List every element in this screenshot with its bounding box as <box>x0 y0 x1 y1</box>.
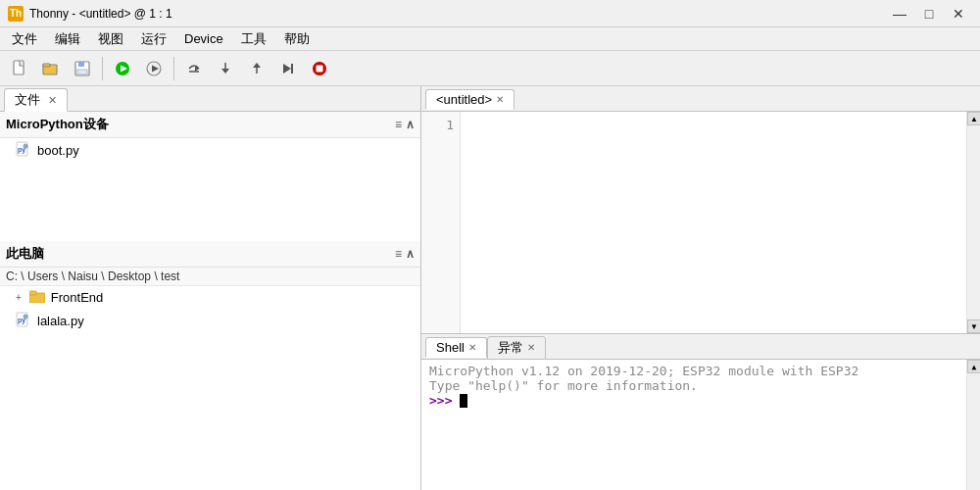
editor-content[interactable] <box>461 112 966 333</box>
debug-button[interactable] <box>140 55 168 82</box>
file-browser: MicroPython设备 ≡ ∧ py boot.py <box>0 112 420 490</box>
micropython-header-icons: ≡ ∧ <box>395 118 415 131</box>
file-item-boot-py[interactable]: py boot.py <box>0 138 420 163</box>
menu-edit[interactable]: 编辑 <box>47 28 88 50</box>
svg-rect-4 <box>78 62 84 67</box>
editor-scroll-down[interactable]: ▼ <box>967 319 980 333</box>
right-panel: <untitled> ✕ 1 ▲ ▼ <box>421 86 980 490</box>
shell-tab-bar: Shell ✕ 异常 ✕ <box>421 334 980 360</box>
editor-tab-close[interactable]: ✕ <box>496 94 504 105</box>
close-button[interactable]: ✕ <box>945 4 972 24</box>
folder-toggle-icon: + <box>16 292 22 303</box>
shell-tab-shell[interactable]: Shell ✕ <box>425 337 487 358</box>
step-into-button[interactable] <box>212 55 239 82</box>
new-file-button[interactable] <box>6 55 33 82</box>
file-tab-close[interactable]: ✕ <box>48 94 57 106</box>
editor-area: 1 ▲ ▼ <box>421 112 980 333</box>
micropython-expand-icon[interactable]: ∧ <box>406 118 415 131</box>
shell-info-line1: MicroPython v1.12 on 2019-12-20; ESP32 m… <box>429 364 972 378</box>
svg-rect-5 <box>77 70 87 74</box>
svg-rect-24 <box>29 291 36 295</box>
shell-tab-exception[interactable]: 异常 ✕ <box>487 336 546 360</box>
file-tab-bar: 文件 ✕ <box>0 86 420 112</box>
svg-point-22 <box>24 144 28 149</box>
menu-run[interactable]: 运行 <box>133 28 174 50</box>
shell-tab-close[interactable]: ✕ <box>468 342 476 353</box>
file-item-frontend[interactable]: + FrontEnd <box>0 286 420 309</box>
local-path: C: \ Users \ Naisu \ Desktop \ test <box>0 268 420 286</box>
maximize-button[interactable]: □ <box>915 4 943 24</box>
left-panel: 文件 ✕ MicroPython设备 ≡ ∧ py <box>0 86 421 490</box>
menu-view[interactable]: 视图 <box>90 28 131 50</box>
menu-tools[interactable]: 工具 <box>233 28 274 50</box>
folder-icon-frontend <box>29 289 45 306</box>
save-file-button[interactable] <box>69 55 96 82</box>
shell-scroll-up[interactable]: ▲ <box>967 360 980 373</box>
file-tab[interactable]: 文件 ✕ <box>4 88 68 112</box>
shell-content[interactable]: MicroPython v1.12 on 2019-12-20; ESP32 m… <box>421 360 980 490</box>
local-section-header: 此电脑 ≡ ∧ <box>0 241 420 268</box>
shell-info-line2: Type "help()" for more information. <box>429 378 972 393</box>
open-file-button[interactable] <box>37 55 65 82</box>
editor-scrollbar[interactable]: ▲ ▼ <box>966 112 980 333</box>
step-over-button[interactable] <box>180 55 208 82</box>
minimize-button[interactable]: — <box>886 4 913 24</box>
toolbar-separator-2 <box>173 57 174 80</box>
editor-tab-untitled[interactable]: <untitled> ✕ <box>425 89 514 110</box>
local-header-icons: ≡ ∧ <box>395 247 415 261</box>
title-bar-left: Th Thonny - <untitled> @ 1 : 1 <box>8 6 172 22</box>
py-file-icon-lalala: py <box>16 312 31 330</box>
line-numbers: 1 <box>421 112 461 333</box>
svg-rect-0 <box>14 61 24 74</box>
shell-prompt: >>> <box>429 393 460 408</box>
shell-cursor <box>460 394 467 408</box>
shell-prompt-line: >>> <box>429 393 972 408</box>
window-controls: — □ ✕ <box>886 4 972 24</box>
toolbar-separator-1 <box>102 57 103 80</box>
run-button[interactable] <box>109 55 136 82</box>
menu-help[interactable]: 帮助 <box>276 28 318 50</box>
py-file-icon: py <box>16 141 31 160</box>
svg-marker-16 <box>283 64 291 74</box>
bottom-panel: Shell ✕ 异常 ✕ MicroPython v1.12 on 2019-1… <box>421 333 980 490</box>
svg-rect-2 <box>43 64 50 67</box>
menu-file[interactable]: 文件 <box>4 28 45 50</box>
editor-tab-bar: <untitled> ✕ <box>421 86 980 112</box>
editor-scroll-up[interactable]: ▲ <box>967 112 980 125</box>
local-menu-icon[interactable]: ≡ <box>395 247 402 261</box>
step-out-button[interactable] <box>243 55 270 82</box>
svg-marker-13 <box>221 69 229 74</box>
local-expand-icon[interactable]: ∧ <box>406 247 415 261</box>
toolbar <box>0 51 980 86</box>
resume-button[interactable] <box>274 55 302 82</box>
main-content: 文件 ✕ MicroPython设备 ≡ ∧ py <box>0 86 980 490</box>
menu-bar: 文件 编辑 视图 运行 Device 工具 帮助 <box>0 27 980 51</box>
file-item-lalala-py[interactable]: py lalala.py <box>0 309 420 333</box>
shell-scrollbar[interactable]: ▲ <box>966 360 980 490</box>
line-number-1: 1 <box>421 116 454 135</box>
window-title: Thonny - <untitled> @ 1 : 1 <box>29 7 172 21</box>
svg-marker-15 <box>253 63 261 68</box>
stop-button[interactable] <box>306 55 333 82</box>
app-icon: Th <box>8 6 24 22</box>
menu-device[interactable]: Device <box>176 29 231 48</box>
micropython-section-header: MicroPython设备 ≡ ∧ <box>0 112 420 138</box>
exception-tab-close[interactable]: ✕ <box>527 342 535 353</box>
micropython-menu-icon[interactable]: ≡ <box>395 118 402 131</box>
svg-rect-19 <box>317 65 323 72</box>
svg-point-27 <box>24 315 28 319</box>
title-bar: Th Thonny - <untitled> @ 1 : 1 — □ ✕ <box>0 0 980 27</box>
empty-space-micropython <box>0 163 420 241</box>
